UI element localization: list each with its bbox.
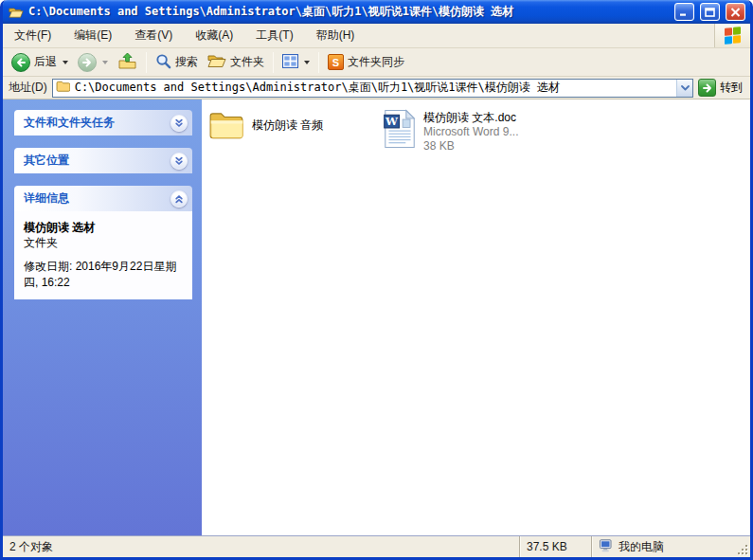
menu-help[interactable]: 帮助(H) — [305, 24, 367, 47]
windows-logo-icon — [714, 24, 750, 47]
status-size: 37.5 KB — [519, 536, 591, 557]
toolbar-separator — [146, 52, 147, 73]
go-label: 转到 — [720, 80, 743, 96]
task-pane: 文件和文件夹任务 其它位置 详细信息 — [3, 99, 202, 535]
search-button[interactable]: 搜索 — [151, 51, 203, 74]
address-value: C:\Documents and Settings\Administrator\… — [72, 80, 676, 96]
folder-icon — [207, 109, 245, 141]
address-label: 地址(D) — [7, 80, 47, 96]
up-folder-icon — [117, 52, 137, 73]
my-computer-icon — [599, 539, 614, 555]
forward-dropdown-icon[interactable] — [102, 61, 108, 64]
menu-tools[interactable]: 工具(T) — [244, 24, 304, 47]
maximize-button[interactable] — [700, 3, 720, 21]
menu-file[interactable]: 文件(F) — [3, 24, 63, 47]
details-body: 模仿朗读 选材 文件夹 修改日期: 2016年9月22日星期四, 16:22 — [14, 211, 192, 299]
file-size: 38 KB — [423, 139, 518, 154]
folder-sync-label: 文件夹同步 — [348, 54, 404, 70]
content-area: 文件和文件夹任务 其它位置 详细信息 — [3, 99, 750, 535]
minimize-button[interactable] — [674, 3, 694, 21]
back-dropdown-icon[interactable] — [63, 61, 68, 64]
folder-sync-button[interactable]: S 文件夹同步 — [323, 52, 409, 72]
panel-details: 详细信息 模仿朗读 选材 文件夹 修改日期: 2016年9月22日星期四, 16… — [14, 186, 192, 299]
menu-bar: 文件(F) 编辑(E) 查看(V) 收藏(A) 工具(T) 帮助(H) — [3, 24, 750, 48]
details-folder-name: 模仿朗读 选材 — [24, 220, 183, 235]
word-document-icon: W — [384, 109, 416, 149]
window-folder-icon — [9, 6, 24, 19]
svg-text:W: W — [385, 115, 399, 128]
file-item-word-doc[interactable]: W 模仿朗读 文本.doc Microsoft Word 9... 38 KB — [384, 109, 518, 154]
folders-label: 文件夹 — [230, 54, 264, 70]
status-bar: 2 个对象 37.5 KB 我的电脑 — [3, 535, 750, 557]
panel-file-tasks-header[interactable]: 文件和文件夹任务 — [14, 110, 192, 135]
toolbar-separator — [273, 52, 274, 73]
file-name: 模仿朗读 音频 — [252, 117, 323, 134]
menu-favorites[interactable]: 收藏(A) — [184, 24, 244, 47]
address-bar: 地址(D) C:\Documents and Settings\Administ… — [3, 77, 750, 99]
search-label: 搜索 — [175, 54, 198, 70]
panel-title: 详细信息 — [24, 190, 69, 207]
up-button[interactable] — [113, 50, 142, 75]
window-title: C:\Documents and Settings\Administrator\… — [28, 4, 669, 20]
address-dropdown-button[interactable] — [676, 80, 692, 97]
status-zone-label: 我的电脑 — [619, 539, 664, 555]
panel-other-places: 其它位置 — [14, 148, 192, 173]
explorer-window: C:\Documents and Settings\Administrator\… — [0, 0, 753, 560]
go-arrow-icon — [698, 79, 716, 97]
menu-edit[interactable]: 编辑(E) — [63, 24, 123, 47]
file-name: 模仿朗读 文本.doc — [423, 111, 518, 125]
panel-details-header[interactable]: 详细信息 — [14, 186, 192, 211]
status-zone: 我的电脑 — [591, 536, 735, 557]
back-icon — [11, 53, 30, 72]
toolbar-separator — [318, 52, 319, 73]
views-button[interactable] — [278, 52, 314, 73]
menu-spacer — [366, 24, 714, 47]
panel-other-places-header[interactable]: 其它位置 — [14, 148, 192, 173]
go-button[interactable]: 转到 — [698, 79, 746, 97]
folders-button[interactable]: 文件夹 — [203, 51, 269, 73]
panel-title: 文件和文件夹任务 — [24, 115, 115, 131]
file-item-folder[interactable]: 模仿朗读 音频 — [207, 109, 378, 141]
details-modified-date: 修改日期: 2016年9月22日星期四, 16:22 — [24, 259, 183, 289]
address-folder-icon — [53, 81, 72, 95]
menu-view[interactable]: 查看(V) — [123, 24, 184, 47]
close-button[interactable] — [726, 3, 745, 21]
panel-title: 其它位置 — [24, 153, 69, 169]
forward-icon — [78, 53, 97, 72]
file-type: Microsoft Word 9... — [423, 125, 518, 139]
resize-grip[interactable] — [735, 536, 750, 557]
back-button[interactable]: 后退 — [7, 51, 73, 74]
back-label: 后退 — [34, 54, 57, 70]
file-list: 模仿朗读 音频 W — [202, 99, 750, 535]
panel-file-tasks: 文件和文件夹任务 — [14, 110, 192, 135]
title-bar: C:\Documents and Settings\Administrator\… — [3, 0, 750, 24]
standard-toolbar: 后退 搜索 — [3, 48, 750, 77]
file-info: 模仿朗读 文本.doc Microsoft Word 9... 38 KB — [423, 111, 518, 154]
folders-icon — [207, 53, 226, 71]
chevron-down-icon[interactable] — [170, 115, 188, 132]
details-folder-type: 文件夹 — [24, 235, 183, 250]
chevron-up-icon[interactable] — [170, 190, 188, 208]
search-icon — [155, 53, 171, 72]
folder-sync-icon: S — [328, 54, 344, 70]
address-input[interactable]: C:\Documents and Settings\Administrator\… — [52, 79, 693, 98]
views-dropdown-icon[interactable] — [304, 61, 310, 64]
chevron-down-icon[interactable] — [170, 153, 188, 170]
status-object-count: 2 个对象 — [3, 539, 519, 555]
forward-button[interactable] — [73, 51, 113, 74]
views-icon — [282, 54, 298, 71]
